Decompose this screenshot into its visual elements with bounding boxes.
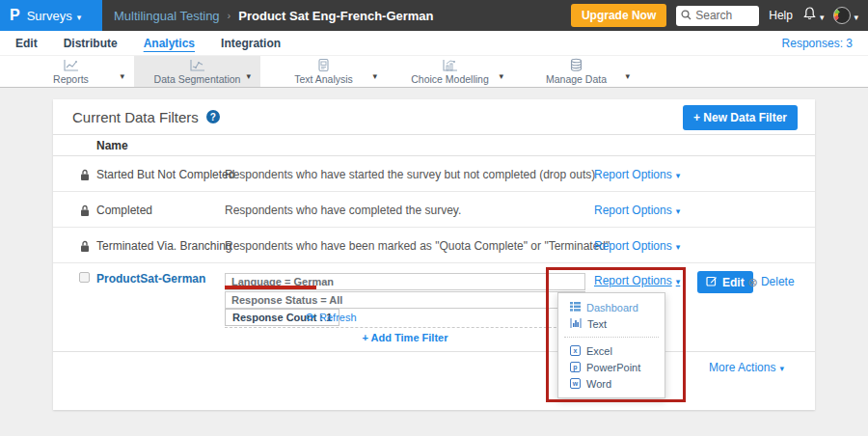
filter-description: Respondents who have completed the surve… xyxy=(225,204,461,217)
menu-item-excel[interactable]: x Excel xyxy=(558,342,665,359)
toolbar-item-manage-data[interactable]: Manage Data xyxy=(513,56,639,87)
global-search[interactable] xyxy=(676,6,759,26)
caret-down-icon[interactable] xyxy=(372,66,377,83)
table-row: Started But Not Completed Respondents wh… xyxy=(53,156,815,192)
menu-item-label: PowerPoint xyxy=(586,362,640,373)
breadcrumb-folder-link[interactable]: Multilingual Testing xyxy=(114,9,220,23)
breadcrumb: Multilingual Testing › Product Sat Eng-F… xyxy=(114,9,434,23)
segmented-chart-icon xyxy=(189,59,205,72)
toolbar-item-reports[interactable]: Reports xyxy=(8,56,134,87)
bell-icon xyxy=(802,6,817,25)
caret-down-icon[interactable] xyxy=(120,66,124,83)
help-link[interactable]: Help xyxy=(769,9,793,22)
more-actions-label: More Actions xyxy=(709,361,775,374)
lock-icon xyxy=(80,204,90,221)
avatar xyxy=(833,7,851,24)
panel-header: Current Data Filters ? + New Data Filter xyxy=(53,99,815,135)
circle-x-icon: ⊗ xyxy=(747,276,758,288)
toolbar-item-choice-modelling[interactable]: Choice Modelling xyxy=(387,56,513,87)
breadcrumb-separator: › xyxy=(228,10,231,21)
bar-chart-icon xyxy=(570,318,582,330)
toolbar-item-text-analysis[interactable]: Text Analysis xyxy=(260,56,387,87)
nav-tab-edit[interactable]: Edit xyxy=(15,37,38,50)
add-time-filter-link[interactable]: + Add Time Filter xyxy=(225,332,585,343)
caret-down-icon xyxy=(676,239,681,253)
upgrade-now-button[interactable]: Upgrade Now xyxy=(571,4,666,27)
menu-item-word[interactable]: w Word xyxy=(558,375,665,392)
menu-item-powerpoint[interactable]: p PowerPoint xyxy=(558,359,665,375)
help-icon[interactable]: ? xyxy=(206,110,220,123)
menu-item-label: Word xyxy=(586,378,611,390)
surveys-product-menu[interactable]: P Surveys xyxy=(0,0,102,31)
toolbar-item-data-segmentation[interactable]: Data Segmentation xyxy=(134,56,260,87)
model-chart-icon xyxy=(442,59,458,72)
menu-item-text[interactable]: Text xyxy=(558,315,665,332)
report-options-link[interactable]: Report Options xyxy=(594,168,680,181)
nav-tab-integration[interactable]: Integration xyxy=(221,37,281,50)
toolbar-item-label: Manage Data xyxy=(546,73,607,85)
lock-icon xyxy=(80,239,90,257)
delete-link[interactable]: ⊗ Delete xyxy=(747,275,795,288)
delete-label: Delete xyxy=(761,275,795,288)
report-options-dropdown: Dashboard Text x Excel p PowerPoint w Wo… xyxy=(557,292,665,398)
toolbar-item-label: Reports xyxy=(53,73,89,85)
filter-name: Terminated Via. Branching xyxy=(96,239,232,253)
menu-item-label: Dashboard xyxy=(586,302,638,313)
table-row-productsat-german: ProductSat-German Language = German Resp… xyxy=(53,263,815,352)
current-data-filters-panel: Current Data Filters ? + New Data Filter… xyxy=(53,99,815,410)
table-row: Terminated Via. Branching Respondents wh… xyxy=(53,228,815,263)
breadcrumb-survey-title: Product Sat Eng-French-German xyxy=(238,9,433,23)
caret-down-icon xyxy=(676,274,681,287)
refresh-link[interactable]: ⟳ Refresh xyxy=(306,312,357,323)
report-options-link[interactable]: Report Options xyxy=(594,239,680,253)
notifications-button[interactable] xyxy=(802,6,825,25)
caret-down-icon xyxy=(676,168,681,181)
caret-down-icon xyxy=(676,204,681,217)
filter-name: Started But Not Completed xyxy=(96,168,234,181)
search-icon xyxy=(681,7,692,24)
page-title: Current Data Filters xyxy=(72,109,199,125)
filter-description: Respondents who have been marked as "Quo… xyxy=(225,239,610,253)
criteria-response-status-field[interactable]: Response Status = All xyxy=(225,291,585,309)
report-options-label: Report Options xyxy=(594,274,672,287)
caret-down-icon[interactable] xyxy=(246,66,251,83)
nav-tab-distribute[interactable]: Distribute xyxy=(64,37,118,50)
more-actions-link[interactable]: More Actions xyxy=(709,361,784,374)
account-menu-button[interactable] xyxy=(833,7,858,24)
filter-description: Respondents who have started the survey … xyxy=(225,168,595,181)
database-icon xyxy=(569,58,583,72)
caret-down-icon[interactable] xyxy=(625,66,630,83)
menu-item-label: Text xyxy=(587,318,607,330)
top-bar: P Surveys Multilingual Testing › Product… xyxy=(0,0,868,31)
criteria-language-field[interactable]: Language = German xyxy=(225,273,585,290)
filter-name: ProductSat-German xyxy=(96,272,205,286)
menu-item-label: Excel xyxy=(586,345,612,357)
product-menu-label: Surveys xyxy=(27,9,72,23)
row-checkbox[interactable] xyxy=(79,272,90,283)
report-options-label: Report Options xyxy=(594,239,672,253)
edit-button-label: Edit xyxy=(722,276,745,289)
menu-item-dashboard[interactable]: Dashboard xyxy=(558,299,665,315)
analytics-toolbar: Reports Data Segmentation Text Analysis … xyxy=(0,56,868,88)
excel-file-icon: x xyxy=(570,345,581,356)
edit-pencil-icon xyxy=(706,275,718,289)
lock-icon xyxy=(80,168,90,185)
powerpoint-file-icon: p xyxy=(570,362,581,372)
edit-button[interactable]: Edit xyxy=(697,271,753,293)
caret-down-icon[interactable] xyxy=(499,66,503,83)
word-file-icon: w xyxy=(570,378,581,389)
line-chart-icon xyxy=(63,59,79,72)
toolbar-item-label: Text Analysis xyxy=(294,73,353,85)
responses-count-link[interactable]: Responses: 3 xyxy=(782,37,853,50)
questionpro-logo-icon: P xyxy=(10,7,20,25)
refresh-label: Refresh xyxy=(319,312,357,323)
caret-down-icon xyxy=(77,9,82,23)
report-options-link[interactable]: Report Options xyxy=(594,204,680,217)
menu-separator xyxy=(564,337,659,338)
new-data-filter-button[interactable]: + New Data Filter xyxy=(683,105,798,130)
report-options-link-open[interactable]: Report Options xyxy=(594,274,680,287)
nav-tab-analytics[interactable]: Analytics xyxy=(144,37,195,50)
toolbar-item-label: Choice Modelling xyxy=(411,73,489,85)
document-icon xyxy=(316,58,331,72)
search-input[interactable] xyxy=(695,9,753,22)
